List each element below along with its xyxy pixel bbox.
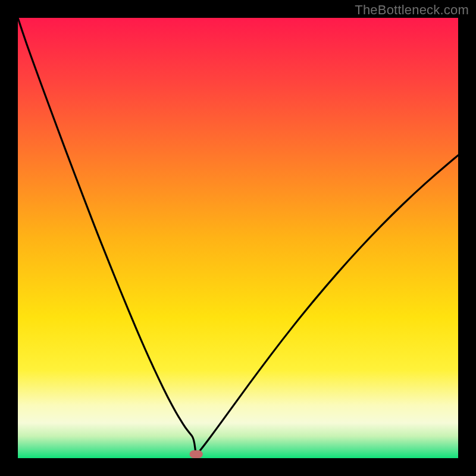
- gradient-background: [18, 18, 458, 458]
- chart-svg: [18, 18, 458, 458]
- optimal-marker: [190, 450, 203, 458]
- watermark-text: TheBottleneck.com: [355, 2, 469, 18]
- chart-frame: TheBottleneck.com: [0, 0, 476, 476]
- plot-area: [18, 18, 458, 458]
